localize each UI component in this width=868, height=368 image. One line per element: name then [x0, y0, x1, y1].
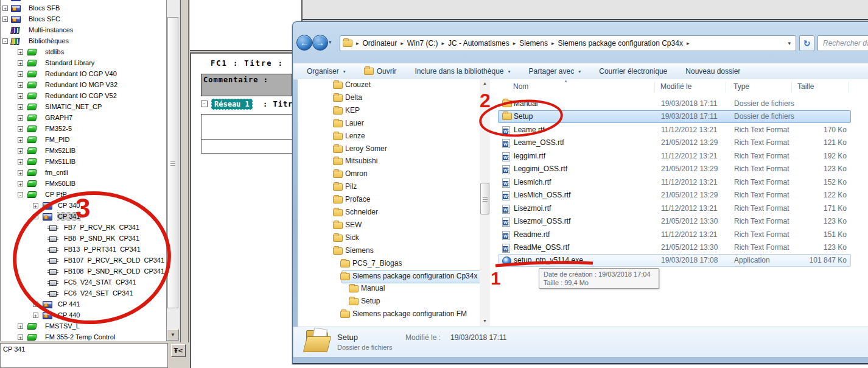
file-name[interactable]: Readme.rtf — [514, 230, 550, 239]
network-collapse-icon[interactable]: - — [201, 101, 208, 107]
nav-item-label[interactable]: Schneider — [345, 208, 378, 216]
nav-item-label[interactable]: KEP — [345, 106, 360, 115]
file-row[interactable]: ReadMe_OSS.rtf21/05/2012 13:30Rich Text … — [498, 241, 851, 254]
file-row[interactable]: Liesmich.rtf11/12/2012 13:21Rich Text Fo… — [498, 176, 851, 189]
tree-item[interactable]: +Standard Library — [1, 58, 166, 69]
file-row[interactable]: Lisezmoi.rtf11/12/2012 13:21Rich Text Fo… — [498, 202, 851, 215]
nav-item[interactable]: Siemens package configuration Cp34x — [297, 271, 480, 283]
tree-item[interactable]: FC5 V24_STAT CP341 — [1, 277, 166, 288]
tree-item[interactable]: +FM 355-2 Temp Control — [1, 332, 166, 341]
expand-icon[interactable]: + — [18, 49, 23, 55]
nav-item-label[interactable]: Proface — [345, 195, 370, 203]
nav-item-label[interactable]: Crouzet — [345, 80, 371, 89]
tree-item-label[interactable]: FB107 P_RCV_RK_OLD CP341 — [64, 257, 164, 264]
file-name[interactable]: setup_ptp_v5114.exe — [514, 256, 583, 264]
scroll-down-icon[interactable]: ▼ — [480, 316, 490, 326]
nav-item[interactable]: Omron — [297, 168, 480, 181]
expand-icon[interactable]: + — [33, 203, 38, 208]
tree-item-label[interactable]: Blocs SFC — [29, 15, 60, 23]
file-name[interactable]: Lisezmoi.rtf — [514, 204, 551, 213]
tree-item-label[interactable]: FC5 V24_STAT CP341 — [64, 278, 136, 286]
nav-item-label[interactable]: Sick — [345, 233, 359, 242]
file-row[interactable]: setup_ptp_v5114.exe19/03/2018 17:08Appli… — [498, 254, 851, 267]
nav-item-label[interactable]: Lauer — [345, 119, 364, 127]
nav-item-label[interactable]: PCS_7_Biogas — [352, 259, 402, 267]
tree-item-label[interactable]: Redundant IO CGP V52 — [45, 92, 117, 99]
file-row[interactable]: Leame.rtf11/12/2012 13:21Rich Text Forma… — [498, 124, 851, 136]
tree-item[interactable]: +FMx51LIB — [1, 157, 166, 168]
nav-item-label[interactable]: Pilz — [345, 182, 357, 191]
tree-item-label[interactable]: CP PtP — [45, 191, 67, 198]
expand-icon[interactable]: + — [2, 16, 8, 22]
nav-scrollbar-thumb[interactable] — [480, 183, 489, 214]
collapse-icon[interactable]: - — [2, 38, 8, 44]
tree-item[interactable]: +FMx50LIB — [1, 179, 166, 189]
nav-item[interactable]: Delta — [297, 92, 480, 105]
nav-item[interactable]: KEP — [297, 105, 480, 118]
tree-item[interactable]: +GRAPH7 — [1, 113, 166, 124]
nav-item[interactable]: Siemens package configuration FM — [297, 308, 480, 321]
tree-item[interactable]: +SIMATIC_NET_CP — [1, 102, 166, 113]
collapse-icon[interactable]: - — [18, 192, 23, 197]
tree-item-label[interactable]: Multi-instances — [29, 26, 73, 34]
tree-item[interactable]: +stdlibs — [1, 47, 166, 58]
tree-item-label[interactable]: CP 340 — [58, 202, 80, 209]
file-name[interactable]: Lisezmoi_OSS.rtf — [514, 217, 570, 225]
nav-item-label[interactable]: Manual — [361, 284, 385, 292]
tree-item[interactable]: +CP 440 — [1, 310, 166, 321]
nav-item[interactable]: SEW — [297, 219, 480, 232]
file-row[interactable]: Leame_OSS.rtf21/05/2012 13:29Rich Text F… — [498, 136, 851, 149]
nav-item[interactable]: PCS_7_Biogas — [297, 258, 480, 271]
tree-item-label[interactable]: FM 355-2 Temp Control — [45, 333, 115, 341]
tree-item-label[interactable]: FMSTSV_L — [45, 322, 80, 330]
nav-item-label[interactable]: Siemens package configuration FM — [352, 310, 467, 318]
tree-item[interactable]: +Blocs SFB — [1, 3, 166, 14]
file-name[interactable]: Leame_OSS.rtf — [514, 138, 564, 147]
tree-item[interactable]: FC6 V24_SET CP341 — [1, 288, 166, 299]
tree-item-label[interactable]: FB13 P_PRT341 CP341 — [64, 246, 141, 253]
nav-item[interactable]: Siemens — [297, 245, 480, 258]
nav-item-label[interactable]: Omron — [345, 169, 368, 178]
nav-item-label[interactable]: SEW — [345, 221, 362, 229]
tree-item[interactable]: Multi-instances — [1, 25, 166, 36]
tree-item[interactable]: +FMx52LIB — [1, 146, 166, 157]
file-row[interactable]: LiesMich_OSS.rtf21/05/2012 13:29Rich Tex… — [498, 189, 851, 202]
file-row[interactable]: Setup19/03/2018 17:11Dossier de fichiers — [498, 110, 851, 123]
tree-item[interactable]: +Redundant IO CGP V40 — [1, 69, 166, 80]
tree-item-label[interactable]: Redundant IO MGP V32 — [45, 81, 117, 88]
tree-item[interactable]: +Redundant IO MGP V32 — [1, 80, 166, 91]
tree-item[interactable]: +FM_PID — [1, 135, 166, 146]
tree-item-label[interactable]: Redundant IO CGP V40 — [45, 70, 117, 77]
file-name[interactable]: Leame.rtf — [514, 126, 545, 134]
tree-item[interactable]: +CP 441 — [1, 299, 166, 310]
file-name[interactable]: Setup — [514, 112, 533, 121]
nav-item[interactable]: Lauer — [297, 118, 480, 130]
nav-item[interactable]: Schneider — [297, 207, 480, 219]
tree-item-label[interactable]: FM352-5 — [45, 125, 72, 132]
nav-item[interactable]: Setup — [297, 295, 480, 308]
tree-item-label[interactable]: FB7 P_RCV_RK CP341 — [64, 224, 139, 231]
nav-item[interactable]: Crouzet — [297, 79, 480, 92]
comment-box[interactable]: Commentaire : — [201, 74, 292, 96]
nav-item-label[interactable]: Setup — [361, 297, 380, 305]
tree-item[interactable]: +FMSTSV_L — [1, 321, 166, 332]
nav-item[interactable]: Leroy Somer — [297, 143, 480, 156]
nav-item[interactable]: Mitsubishi — [297, 155, 480, 168]
tree-item-label[interactable]: Blocs SFB — [29, 4, 60, 12]
tree-item-label[interactable]: FMx50LIB — [45, 180, 75, 187]
expand-icon[interactable]: + — [18, 71, 23, 77]
network-body[interactable] — [201, 114, 300, 154]
file-name[interactable]: Leggimi_OSS.rtf — [514, 165, 567, 173]
tree-item-label[interactable]: stdlibs — [45, 48, 64, 55]
tree-item-label[interactable]: FMx52LIB — [45, 147, 75, 154]
tree-item[interactable]: FB13 P_PRT341 CP341 — [1, 244, 166, 255]
tree-item[interactable]: FB107 P_RCV_RK_OLD CP341 — [1, 255, 166, 266]
tree-item[interactable]: +CP 340 — [1, 200, 166, 211]
pane-splitter[interactable] — [180, 0, 189, 368]
nav-item[interactable]: Proface — [297, 194, 480, 207]
nav-item-label[interactable]: Leroy Somer — [345, 144, 387, 153]
tree-item-label[interactable]: FB108 P_SND_RK_OLD CP341 — [64, 267, 164, 275]
tree-item-label[interactable]: FB8 P_SND_RK CP341 — [64, 235, 139, 242]
network-label[interactable]: Réseau 1 — [211, 99, 253, 110]
expand-icon[interactable]: + — [33, 302, 38, 307]
